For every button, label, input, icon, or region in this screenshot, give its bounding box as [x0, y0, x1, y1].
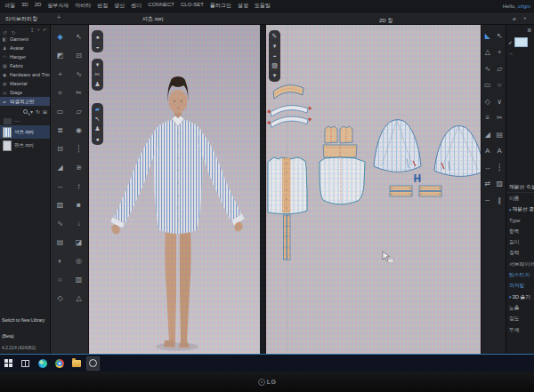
menu-item[interactable]: 파일	[4, 2, 15, 10]
tool-3d-icon-fabric-tool[interactable]: ▨	[51, 196, 69, 214]
library-category-hardware-and-trims[interactable]: ◉ Hardware and Trims	[0, 70, 50, 79]
menu-item[interactable]: CONNECT	[148, 2, 174, 10]
collapse-panel-icon[interactable]: →	[508, 51, 514, 56]
library-category-stage[interactable]: ▭ Stage	[0, 88, 50, 97]
account-greeting[interactable]: Hello, crlgin	[503, 4, 534, 9]
property-row[interactable]: 이름	[506, 193, 534, 204]
tool-3d-icon-simulate[interactable]: ◆	[51, 28, 69, 46]
tool-2d-icon-annotation[interactable]: A	[481, 143, 494, 160]
library-header-icon-sort[interactable]: ↥	[29, 27, 34, 33]
tool-3d-icon-sewing-segment[interactable]: ∿	[69, 65, 88, 84]
view-toggle-avatar-style[interactable]: ◒	[93, 42, 102, 51]
pattern-collar-stand-1[interactable]	[267, 106, 312, 116]
pattern-placket-strip[interactable]	[284, 215, 291, 260]
refresh-icon[interactable]: ⌀	[513, 15, 516, 21]
tool-3d-icon-button[interactable]: ◉	[69, 121, 88, 140]
tool-3d-icon-select-mesh[interactable]: ◩	[51, 46, 69, 65]
property-row[interactable]: 재봉선 속성	[506, 182, 534, 193]
property-row[interactable]: 길이	[506, 236, 534, 247]
taskbar-icon-clo[interactable]	[86, 356, 100, 371]
pattern-sleeve-left[interactable]	[374, 120, 421, 172]
search-icon[interactable]	[23, 109, 28, 114]
view-toggle-garment-thickness[interactable]: ✂	[93, 70, 102, 79]
tool-3d-icon-morph[interactable]: △	[69, 289, 88, 308]
window-divider[interactable]	[260, 25, 266, 354]
tool-3d-icon-camera[interactable]: ◎	[69, 252, 88, 270]
tool-2d-icon-notch[interactable]: ∨	[494, 93, 506, 110]
panel-menu-icon[interactable]: ≣	[527, 27, 531, 33]
switch-library-link[interactable]: Switch to New Library (Beta)	[2, 317, 44, 339]
library-search-icon-refresh[interactable]: ↻	[36, 108, 40, 115]
tool-3d-icon-garment-fit[interactable]: ◪	[69, 233, 88, 252]
tool-2d-icon-add-point[interactable]: +	[494, 44, 506, 61]
property-row[interactable]: 강도	[506, 314, 534, 324]
taskbar-icon-task-view[interactable]	[19, 356, 32, 371]
tool-3d-icon-wind[interactable]: ∿	[51, 214, 69, 233]
pattern-pleat-marker[interactable]	[415, 174, 421, 182]
menu-item[interactable]: 도움말	[255, 2, 271, 10]
window-2d[interactable]: ✎▾◓▨▾	[266, 25, 481, 354]
menu-item[interactable]: 아바타	[75, 2, 91, 10]
library-category-fabric[interactable]: ▨ Fabric	[0, 61, 50, 70]
menu-item[interactable]: 플러그인	[210, 2, 231, 10]
pattern-front-panel[interactable]	[268, 157, 307, 214]
menu-item[interactable]: 원부자재	[47, 2, 69, 10]
tool-3d-icon-scene[interactable]: ▥	[69, 270, 88, 289]
tool-3d-icon-pin[interactable]: +	[51, 65, 69, 84]
tool-2d-icon-select-2d[interactable]: ↖	[494, 28, 506, 44]
tool-3d-icon-measure[interactable]: ↔	[51, 177, 69, 196]
avatar-garment-shirt[interactable]	[110, 116, 245, 234]
thumbnail-view-icon[interactable]	[4, 118, 12, 124]
view-toggle-2d-pattern-2d[interactable]: ▾	[270, 71, 279, 80]
tool-2d-icon-baste[interactable]: ┄	[481, 192, 494, 209]
library-file-row-셔츠.zprj[interactable]: 셔츠.zprj	[0, 125, 50, 139]
tool-2d-icon-transform-pattern[interactable]: ◣	[481, 28, 494, 44]
property-row[interactable]: 노출	[506, 302, 534, 313]
plus-icon[interactable]: +	[523, 15, 527, 20]
tool-3d-icon-light[interactable]: ○	[51, 270, 69, 289]
property-row[interactable]: 두께	[506, 324, 534, 335]
view-toggle-grid-toggle[interactable]: ●	[93, 134, 102, 143]
menu-item[interactable]: 편집	[97, 2, 108, 10]
property-row[interactable]: 항목	[506, 226, 534, 236]
menu-item[interactable]: 렌더	[131, 2, 142, 10]
taskbar-icon-chrome[interactable]	[53, 356, 66, 371]
pattern-collar-stand-2[interactable]	[267, 116, 312, 127]
tool-3d-icon-fold-arrangement[interactable]: ◢	[51, 158, 69, 177]
library-header-icon-back[interactable]: ↶	[43, 27, 47, 33]
property-row[interactable]: 서브레이어	[506, 259, 534, 269]
tool-3d-icon-render-toggle[interactable]: ◐	[51, 252, 69, 270]
tool-3d-icon-solidify[interactable]: ■	[69, 196, 88, 214]
tool-3d-icon-zipper[interactable]: ≣	[51, 121, 69, 140]
view-toggle-2d-texture-2d[interactable]: ◓	[270, 52, 279, 60]
library-category-material[interactable]: ◍ Material	[0, 79, 50, 88]
menu-item[interactable]: CLO-SET	[181, 2, 204, 10]
tool-2d-icon-trace[interactable]: ✂	[494, 110, 506, 127]
tool-2d-icon-sync[interactable]: ⇄	[481, 176, 494, 193]
property-row[interactable]: Type	[506, 215, 534, 226]
add-tab-button[interactable]: +	[57, 14, 61, 20]
tool-3d-icon-sewing-free[interactable]: ≈	[51, 84, 69, 102]
property-row[interactable]: 3D 솔기	[506, 292, 534, 302]
tool-3d-icon-select-move[interactable]: ↖	[69, 28, 88, 46]
taskbar-icon-file-explorer[interactable]	[69, 356, 83, 371]
library-search-icon-filter-dropdown[interactable]: ▾	[30, 108, 33, 115]
view-toggle-fabric-toggle[interactable]: ▰	[93, 105, 102, 114]
tool-2d-icon-circle[interactable]: ○	[494, 77, 506, 94]
view-toggle-avatar-pose[interactable]: ♟	[93, 80, 102, 89]
tool-2d-icon-grading[interactable]: ▤	[494, 126, 506, 143]
object-list-item-fabric[interactable]: ✓	[506, 35, 534, 49]
property-row[interactable]: 재봉선 종류	[506, 204, 534, 215]
tool-2d-icon-pattern-text[interactable]: A	[494, 143, 506, 160]
tool-2d-icon-pleat[interactable]: ∥	[494, 192, 506, 209]
menu-item[interactable]: 2D	[35, 2, 42, 10]
tool-2d-icon-fold[interactable]: ◢	[481, 126, 494, 143]
property-row[interactable]: 탑스티치	[506, 269, 534, 280]
tool-3d-icon-select-box[interactable]: ⊡	[69, 46, 88, 65]
library-category-avatar[interactable]: ♟ Avatar	[0, 44, 50, 52]
pattern-back-panel[interactable]	[320, 157, 365, 204]
menu-item[interactable]: 설정	[238, 2, 248, 10]
pattern-collar-band[interactable]	[273, 85, 303, 99]
tool-2d-icon-dart[interactable]: ◇	[481, 93, 494, 110]
tool-3d-icon-topstitch[interactable]: ┆	[69, 140, 88, 158]
